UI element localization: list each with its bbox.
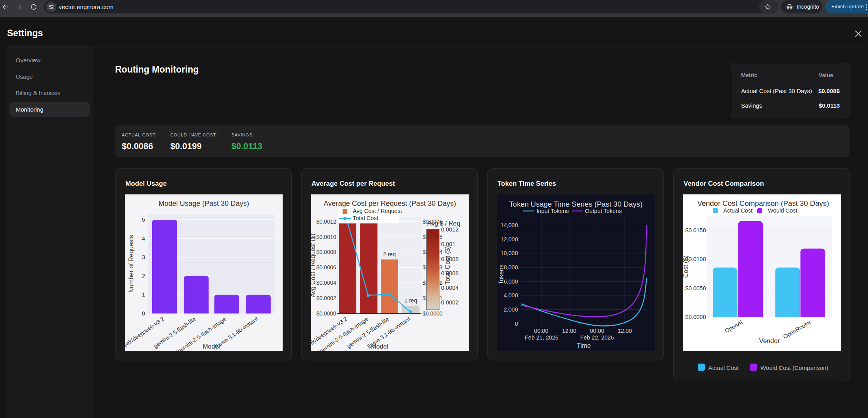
svg-text:Model Usage (Past 30 Days): Model Usage (Past 30 Days) (158, 200, 249, 207)
svg-text:Feb 22, 2026: Feb 22, 2026 (580, 334, 614, 341)
svg-text:0.0004: 0.0004 (441, 285, 458, 291)
svg-text:Feb 21, 2026: Feb 21, 2026 (525, 334, 558, 341)
svg-text:0.0012: 0.0012 (441, 226, 458, 233)
svg-text:00:00: 00:00 (590, 328, 604, 334)
svg-text:2,000: 2,000 (504, 306, 518, 313)
svg-text:$0.0004: $0.0004 (316, 280, 336, 286)
svg-text:Token Usage Time Series (Past: Token Usage Time Series (Past 30 Days) (509, 200, 643, 208)
svg-text:0: 0 (515, 321, 518, 327)
svg-text:4: 4 (142, 235, 145, 242)
svg-text:Total Cost ($): Total Cost ($) (444, 246, 451, 285)
svg-text:Tokens: Tokens (498, 265, 505, 285)
svg-text:Model: Model (371, 343, 388, 350)
svg-text:2 req: 2 req (383, 251, 396, 258)
svg-text:$0.0000: $0.0000 (423, 310, 443, 317)
svg-text:$0.0050: $0.0050 (685, 285, 706, 291)
svg-text:1: 1 (142, 291, 145, 298)
svg-text:5: 5 (142, 216, 145, 223)
svg-text:Vendor Cost Comparison (Past 3: Vendor Cost Comparison (Past 30 Days) (697, 199, 829, 207)
svg-text:0.0002: 0.0002 (441, 299, 458, 306)
svg-text:Actual Cost: Actual Cost (723, 207, 753, 214)
svg-text:12,000: 12,000 (501, 236, 518, 243)
svg-text:6,000: 6,000 (504, 278, 518, 285)
svg-text:$0.0000: $0.0000 (316, 310, 336, 317)
svg-text:$0.0010: $0.0010 (316, 234, 336, 240)
svg-text:Avg Cost / Request ($): Avg Cost / Request ($) (311, 233, 316, 297)
svg-text:$0.0008: $0.0008 (316, 249, 336, 255)
svg-text:Vendor: Vendor (759, 337, 780, 344)
svg-text:Avg $ / Req: Avg $ / Req (427, 220, 460, 227)
svg-text:8,000: 8,000 (504, 264, 518, 271)
svg-text:12:00: 12:00 (618, 328, 632, 334)
svg-text:Average Cost per Request (Past: Average Cost per Request (Past 30 Days) (324, 200, 456, 207)
svg-text:Cost ($): Cost ($) (683, 256, 689, 278)
svg-text:10,000: 10,000 (501, 250, 518, 256)
svg-text:Total Cost: Total Cost (353, 215, 378, 221)
svg-text:$0.0006: $0.0006 (316, 264, 336, 271)
svg-text:14,000: 14,000 (501, 222, 518, 228)
svg-text:Input Tokens: Input Tokens (536, 208, 569, 214)
svg-text:2: 2 (142, 272, 145, 279)
svg-text:00:00: 00:00 (534, 328, 548, 334)
svg-text:$0.0002: $0.0002 (316, 295, 336, 301)
svg-text:Time: Time (577, 342, 591, 349)
svg-text:0: 0 (142, 310, 145, 317)
svg-text:12:00: 12:00 (562, 328, 576, 334)
svg-text:Model: Model (203, 343, 220, 350)
svg-text:Would Cost: Would Cost (768, 207, 797, 214)
svg-text:$0.0012: $0.0012 (316, 218, 336, 225)
svg-text:$0.0150: $0.0150 (685, 227, 706, 233)
svg-text:1 req: 1 req (404, 297, 417, 304)
svg-text:Avg Cost / Request: Avg Cost / Request (353, 208, 402, 214)
svg-text:3: 3 (142, 254, 145, 260)
svg-text:Output Tokens: Output Tokens (585, 208, 622, 214)
svg-text:$0.0000: $0.0000 (685, 314, 706, 320)
svg-text:Number of Requests: Number of Requests (128, 235, 134, 293)
svg-text:4,000: 4,000 (504, 292, 518, 299)
